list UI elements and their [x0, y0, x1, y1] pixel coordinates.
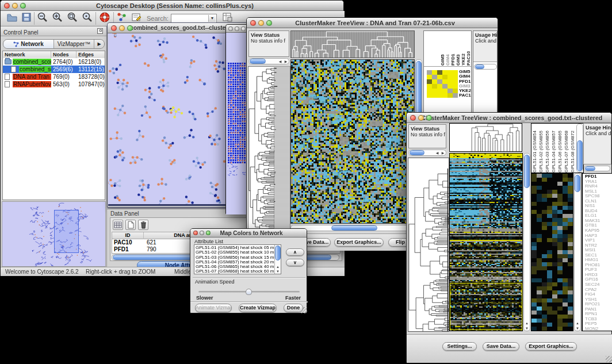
export-graphics-button[interactable]: Export Graphics...: [525, 342, 577, 351]
scroll-down-icon[interactable]: ▼: [575, 326, 580, 331]
zoom-fit-icon[interactable]: [67, 12, 78, 25]
tv1-column-label[interactable]: YKE2: [461, 37, 466, 66]
tv2-column-label[interactable]: GPL51-08 (GSM872: [570, 125, 576, 173]
tab-overflow-arrow[interactable]: ▶: [94, 40, 104, 48]
tv2-labels-vscrollbar[interactable]: [576, 124, 583, 173]
tv1-row-dendrogram[interactable]: [248, 66, 290, 232]
scrollbar-thumb[interactable]: [275, 246, 281, 260]
minimize-icon[interactable]: [200, 231, 204, 235]
attribute-list[interactable]: GPL51-01 (GSM854) heat shock 05 minGPL51…: [194, 244, 281, 274]
tv1-column-label[interactable]: GIM3: [456, 37, 461, 66]
delete-attribute-icon[interactable]: [138, 220, 148, 230]
window-controls[interactable]: [410, 115, 432, 121]
tab-network[interactable]: Network: [3, 40, 54, 48]
save-icon[interactable]: [21, 12, 32, 25]
slider-thumb[interactable]: [246, 289, 252, 295]
scroll-down-icon[interactable]: ▼: [524, 326, 530, 331]
minimize-icon[interactable]: [418, 115, 424, 121]
scroll-right-icon[interactable]: ▶: [283, 59, 289, 64]
tv1-row-label[interactable]: PAC10: [459, 93, 472, 98]
tv1-status-scrollbar[interactable]: ◀ ▶: [248, 58, 289, 64]
close-icon[interactable]: [111, 25, 117, 31]
tv2-global-vscrollbar[interactable]: ▲ ▼: [523, 153, 530, 331]
search-input[interactable]: ▼: [171, 14, 217, 23]
tv2-usage-scrollbar[interactable]: [584, 166, 610, 171]
tv1-heatmap[interactable]: [290, 59, 415, 224]
column-header-network[interactable]: Network: [3, 51, 51, 58]
network-list-row[interactable]: RNAPuberNov2+563(0)107847(0): [3, 81, 105, 88]
zoom-window-icon[interactable]: [266, 20, 272, 26]
network-list-row[interactable]: combined_sco2569(6)13112(15): [3, 66, 105, 73]
done-button[interactable]: Done: [284, 304, 303, 312]
attribute-item[interactable]: GPL51-07 (GSM868) heat shock 60 min: [196, 269, 274, 274]
zoom-selected-icon[interactable]: [82, 12, 93, 25]
scrollbar-thumb[interactable]: [250, 59, 266, 64]
move-down-button[interactable]: ∨: [286, 259, 304, 266]
close-icon[interactable]: [4, 3, 10, 9]
zoom-window-icon[interactable]: [206, 231, 211, 235]
animate-vizmap-button[interactable]: Animate Vizmap: [195, 304, 232, 312]
zoom-out-icon[interactable]: [37, 12, 48, 25]
move-up-button[interactable]: ∧: [286, 248, 304, 256]
tv2-gene-labels[interactable]: PFD1YRA1RNR4MSL1SPC98CLN1NIS1BUD4ELG1MAK…: [585, 174, 600, 331]
scrollbar-thumb[interactable]: [475, 64, 484, 69]
zoom-window-icon[interactable]: [426, 115, 432, 121]
tv2-zoom-vscrollbar[interactable]: ▲ ▼: [574, 173, 581, 331]
minimize-icon[interactable]: [235, 26, 239, 31]
column-header-id[interactable]: ID: [112, 232, 144, 239]
tv1-column-dendrogram[interactable]: [290, 30, 415, 58]
tv2-column-label[interactable]: GPL51-04 (GSM857: [551, 125, 557, 173]
window-controls[interactable]: [111, 25, 133, 31]
open-file-icon[interactable]: [6, 12, 18, 25]
scroll-up-icon[interactable]: ▲: [275, 265, 281, 269]
close-icon[interactable]: [250, 20, 256, 26]
scrollbar-thumb[interactable]: [410, 150, 424, 155]
tv2-global-heatmap[interactable]: [449, 153, 523, 331]
scroll-up-icon[interactable]: ▲: [575, 321, 580, 325]
table-grid-icon[interactable]: [113, 220, 123, 230]
window-controls[interactable]: [250, 20, 272, 26]
scrollbar-thumb[interactable]: [577, 140, 583, 171]
minimize-icon[interactable]: [119, 25, 125, 31]
tv1-column-label[interactable]: PFD1: [450, 37, 456, 66]
network-list-row[interactable]: DNA and Tran 07769(0)183728(0): [3, 73, 105, 81]
scroll-left-icon[interactable]: ◀: [277, 59, 283, 64]
tv2-column-label[interactable]: GPL51-06 (GSM865: [557, 125, 564, 173]
window-controls[interactable]: [4, 3, 26, 9]
column-header-edges[interactable]: Edges: [76, 51, 105, 58]
float-panel-icon[interactable]: [97, 28, 103, 34]
network-overview-panel[interactable]: [2, 201, 106, 267]
close-icon[interactable]: [410, 115, 416, 121]
tv1-hscrollbar[interactable]: [290, 225, 415, 231]
scroll-up-icon[interactable]: ▲: [524, 321, 530, 325]
tv2-zoom-heatmap[interactable]: [531, 173, 573, 331]
close-icon[interactable]: [193, 231, 198, 235]
tab-vizmapper[interactable]: VizMapper™: [54, 40, 94, 48]
tv1-column-label[interactable]: GIM5: [440, 37, 445, 66]
settings-button[interactable]: Settings...: [442, 342, 477, 351]
tv2-column-label[interactable]: GPL51-03 (GSM856: [545, 125, 551, 173]
network-overview-canvas[interactable]: [2, 202, 105, 266]
save-data-button[interactable]: Save Data...: [483, 342, 519, 351]
zoom-window-icon[interactable]: [127, 25, 133, 31]
chevron-down-icon[interactable]: ▼: [208, 15, 216, 22]
tv2-column-label[interactable]: GPL51-02 (GSM855: [538, 125, 545, 173]
tv2-status-scrollbar[interactable]: ◀ ▶: [408, 150, 446, 156]
zoom-in-icon[interactable]: [52, 12, 63, 25]
tv1-row-labels[interactable]: GIM5GIM4PFD1GIM3YKE2PAC10: [459, 70, 472, 99]
new-attribute-icon[interactable]: [125, 220, 136, 230]
resize-grip[interactable]: [606, 356, 612, 362]
export-graphics-button[interactable]: Export Graphics...: [334, 238, 384, 247]
tv1-column-label[interactable]: PAC10: [466, 37, 471, 66]
scrollbar-thumb[interactable]: [524, 155, 530, 188]
scrollbar-thumb[interactable]: [331, 225, 377, 231]
scrollbar-thumb[interactable]: [575, 175, 580, 192]
main-titlebar[interactable]: Cytoscape Desktop (Session Name: collins…: [1, 1, 343, 11]
tv2-column-label[interactable]: GPL51-01 (GSM854: [532, 125, 538, 173]
minimize-icon[interactable]: [258, 20, 264, 26]
minimize-icon[interactable]: [12, 3, 18, 9]
gene-label[interactable]: MON2: [585, 327, 600, 331]
tv1-similarity-matrix[interactable]: [427, 70, 458, 98]
scroll-down-icon[interactable]: ▼: [275, 269, 281, 274]
network-list-row[interactable]: combined_scores2764(0)16218(0): [3, 58, 105, 66]
